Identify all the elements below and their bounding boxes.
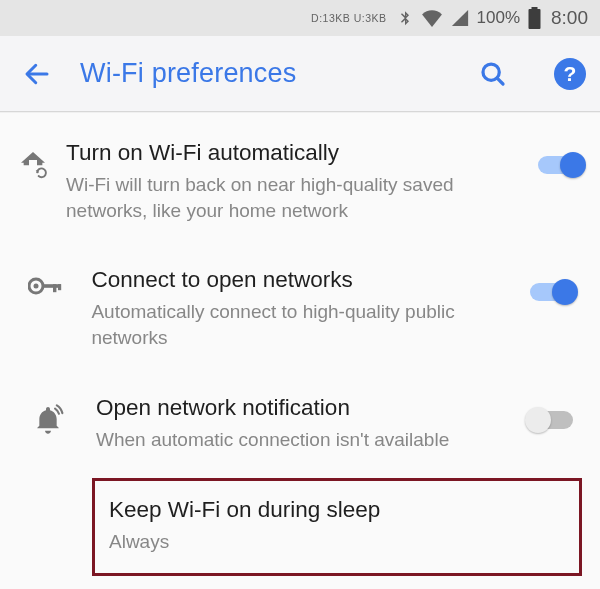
svg-point-2 bbox=[33, 284, 38, 289]
row-subtitle: When automatic connection isn't availabl… bbox=[96, 427, 512, 453]
help-icon: ? bbox=[554, 58, 586, 90]
bluetooth-icon bbox=[397, 8, 413, 28]
status-battery-percent: 100% bbox=[477, 8, 520, 28]
row-subtitle: Automatically connect to high-quality pu… bbox=[91, 299, 515, 350]
svg-rect-5 bbox=[58, 284, 61, 290]
row-title: Keep Wi-Fi on during sleep bbox=[109, 497, 565, 523]
help-button[interactable]: ? bbox=[554, 58, 586, 90]
status-clock: 8:00 bbox=[551, 7, 588, 29]
row-open-notification[interactable]: Open network notification When automatic… bbox=[0, 373, 600, 475]
app-bar: Wi-Fi preferences ? bbox=[0, 36, 600, 112]
row-keep-wifi-sleep[interactable]: Keep Wi-Fi on during sleep Always bbox=[92, 478, 582, 576]
bell-signal-icon bbox=[0, 395, 96, 435]
switch-auto-wifi[interactable] bbox=[538, 156, 582, 174]
switch-connect-open[interactable] bbox=[530, 283, 574, 301]
search-button[interactable] bbox=[478, 59, 508, 89]
row-title: Open network notification bbox=[96, 395, 512, 421]
page-title: Wi-Fi preferences bbox=[80, 58, 432, 89]
key-icon bbox=[0, 267, 91, 297]
cell-signal-icon bbox=[451, 9, 469, 27]
svg-rect-4 bbox=[53, 284, 56, 292]
wifi-icon bbox=[421, 9, 443, 27]
battery-icon bbox=[528, 7, 541, 29]
row-subtitle: Wi-Fi will turn back on near high-qualit… bbox=[66, 172, 530, 223]
back-button[interactable] bbox=[22, 59, 52, 89]
row-value: Always bbox=[109, 529, 565, 555]
status-network-speed: D:13KB U:3KB bbox=[311, 12, 386, 24]
switch-open-notification[interactable] bbox=[529, 411, 573, 429]
row-connect-open[interactable]: Connect to open networks Automatically c… bbox=[0, 245, 600, 372]
row-auto-wifi[interactable]: Turn on Wi-Fi automatically Wi-Fi will t… bbox=[0, 118, 600, 245]
status-bar: D:13KB U:3KB 100% 8:00 bbox=[0, 0, 600, 36]
row-title: Connect to open networks bbox=[91, 267, 515, 293]
home-refresh-icon bbox=[0, 140, 66, 180]
settings-list: Turn on Wi-Fi automatically Wi-Fi will t… bbox=[0, 112, 600, 576]
row-title: Turn on Wi-Fi automatically bbox=[66, 140, 530, 166]
